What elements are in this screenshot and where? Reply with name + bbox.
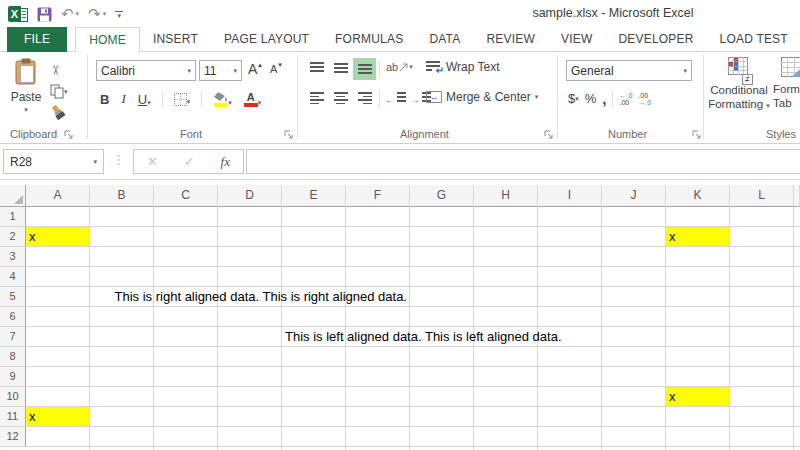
fill-color-button[interactable]: ▾ — [209, 90, 236, 109]
row-header-2[interactable]: 2 — [0, 227, 26, 247]
cancel-icon[interactable]: ✕ — [147, 154, 158, 169]
align-center-button[interactable] — [329, 88, 352, 110]
cell-text-A2[interactable]: x — [29, 227, 36, 246]
formula-bar-grip[interactable]: ⋮ — [112, 152, 125, 167]
accounting-format-button[interactable]: $ ▾ — [568, 91, 579, 106]
tab-insert[interactable]: INSERT — [140, 27, 211, 51]
column-header-G[interactable]: G — [410, 185, 474, 207]
alignment-dialog-launcher[interactable] — [544, 129, 554, 139]
insert-function-icon[interactable]: fx — [221, 154, 230, 170]
align-left-button[interactable] — [305, 88, 328, 110]
redo-button[interactable]: ↷ ▾ — [88, 6, 106, 22]
comma-style-button[interactable]: , — [602, 90, 606, 107]
column-header-C[interactable]: C — [154, 185, 218, 207]
percent-style-button[interactable]: % — [585, 91, 597, 106]
format-painter-button[interactable] — [50, 102, 78, 123]
bold-button[interactable]: B — [96, 90, 113, 109]
number-format-combo[interactable]: General ▾ — [566, 60, 692, 81]
column-header-D[interactable]: D — [218, 185, 282, 207]
tab-page-layout[interactable]: PAGE LAYOUT — [211, 27, 322, 51]
underline-dropdown-icon[interactable]: ▾ — [147, 99, 151, 107]
clipboard-dialog-launcher[interactable] — [64, 129, 74, 139]
row-header-7[interactable]: 7 — [0, 327, 26, 347]
column-header-K[interactable]: K — [666, 185, 730, 207]
borders-button[interactable]: ▾ — [170, 91, 195, 108]
cell-text-E7[interactable]: This is left aligned data. This is left … — [285, 327, 562, 346]
tab-file[interactable]: FILE — [7, 27, 67, 52]
format-as-table-button[interactable]: Form Tab — [773, 57, 800, 137]
merge-dropdown-icon[interactable]: ▾ — [535, 93, 539, 101]
cells-area[interactable]: xxThis is right aligned data. This is ri… — [26, 207, 800, 450]
tab-developer[interactable]: DEVELOPER — [605, 27, 706, 51]
column-header-A[interactable]: A — [26, 185, 90, 207]
row-header-9[interactable]: 9 — [0, 367, 26, 387]
row-header-4[interactable]: 4 — [0, 267, 26, 287]
currency-dropdown-icon[interactable]: ▾ — [575, 95, 579, 103]
merge-center-button[interactable]: ↔ Merge & Center ▾ — [426, 90, 538, 104]
cell-text-K10[interactable]: x — [669, 387, 676, 406]
copy-dropdown-icon[interactable]: ▾ — [64, 88, 68, 96]
row-header-1[interactable]: 1 — [0, 207, 26, 227]
decrease-decimal-button[interactable]: .00 →.0 — [638, 92, 651, 106]
increase-decimal-button[interactable]: ←.0 .00 — [619, 92, 632, 106]
row-header-8[interactable]: 8 — [0, 347, 26, 367]
tab-review[interactable]: REVIEW — [473, 27, 548, 51]
column-header-L[interactable]: L — [730, 185, 794, 207]
column-header-F[interactable]: F — [346, 185, 410, 207]
wrap-text-button[interactable]: ↵ Wrap Text — [426, 60, 500, 74]
row-header-10[interactable]: 10 — [0, 387, 26, 407]
undo-dropdown-icon[interactable]: ▾ — [76, 10, 80, 18]
column-header-E[interactable]: E — [282, 185, 346, 207]
column-header-B[interactable]: B — [90, 185, 154, 207]
name-box-dropdown-icon[interactable]: ▾ — [93, 158, 97, 166]
cell-text-A11[interactable]: x — [29, 407, 36, 426]
cell-text-F5[interactable]: This is right aligned data. This is righ… — [115, 287, 407, 306]
column-header-J[interactable]: J — [602, 185, 666, 207]
middle-align-button[interactable] — [329, 58, 352, 80]
bottom-align-button[interactable] — [353, 58, 376, 80]
orientation-dropdown-icon[interactable]: ▾ — [409, 63, 413, 71]
tab-data[interactable]: DATA — [416, 27, 473, 51]
tab-home[interactable]: HOME — [75, 27, 140, 52]
conditional-formatting-button[interactable]: ≠ Conditional Formatting ▾ — [708, 57, 770, 137]
italic-button[interactable]: I — [117, 89, 129, 109]
decrease-indent-button[interactable]: ← — [385, 92, 406, 106]
increase-font-size-button[interactable]: A▴ — [248, 61, 262, 77]
tab-load-test[interactable]: LOAD TEST — [707, 27, 800, 51]
underline-button[interactable]: U ▾ — [134, 90, 155, 109]
tab-formulas[interactable]: FORMULAS — [322, 27, 416, 51]
tab-view[interactable]: VIEW — [548, 27, 605, 51]
cell-text-K2[interactable]: x — [669, 227, 676, 246]
row-header-12[interactable]: 12 — [0, 427, 26, 447]
row-header-6[interactable]: 6 — [0, 307, 26, 327]
number-dialog-launcher[interactable] — [692, 129, 702, 139]
top-align-button[interactable] — [305, 58, 328, 80]
copy-button[interactable]: ▾ — [50, 81, 78, 102]
borders-dropdown-icon[interactable]: ▾ — [187, 98, 191, 106]
font-size-combo[interactable]: 11 ▾ — [199, 60, 242, 81]
redo-dropdown-icon[interactable]: ▾ — [103, 10, 107, 18]
decrease-font-size-button[interactable]: A▾ — [270, 63, 282, 75]
row-header-5[interactable]: 5 — [0, 287, 26, 307]
enter-icon[interactable]: ✓ — [184, 154, 195, 169]
row-header-3[interactable]: 3 — [0, 247, 26, 267]
column-header-I[interactable]: I — [538, 185, 602, 207]
paste-dropdown-icon[interactable]: ▾ — [24, 106, 28, 114]
fill-color-dropdown-icon[interactable]: ▾ — [228, 99, 232, 107]
font-name-combo[interactable]: Calibri ▾ — [96, 60, 196, 81]
column-header-H[interactable]: H — [474, 185, 538, 207]
formula-input[interactable] — [246, 149, 800, 174]
font-dialog-launcher[interactable] — [284, 129, 294, 139]
select-all-corner[interactable] — [0, 185, 26, 207]
row-header-11[interactable]: 11 — [0, 407, 26, 427]
font-color-button[interactable]: A ▾ — [240, 90, 266, 109]
font-color-dropdown-icon[interactable]: ▾ — [258, 99, 262, 107]
paste-button[interactable]: Paste ▾ — [6, 58, 46, 136]
save-icon[interactable] — [37, 7, 52, 22]
orientation-button[interactable]: ab ▾ — [386, 61, 413, 73]
undo-button[interactable]: ↶ ▾ — [61, 6, 79, 22]
name-box[interactable]: R28 ▾ — [3, 149, 104, 174]
cut-button[interactable]: ✂ — [50, 60, 78, 81]
align-right-button[interactable] — [353, 88, 376, 110]
customize-qat-button[interactable]: ▾ — [115, 11, 123, 18]
